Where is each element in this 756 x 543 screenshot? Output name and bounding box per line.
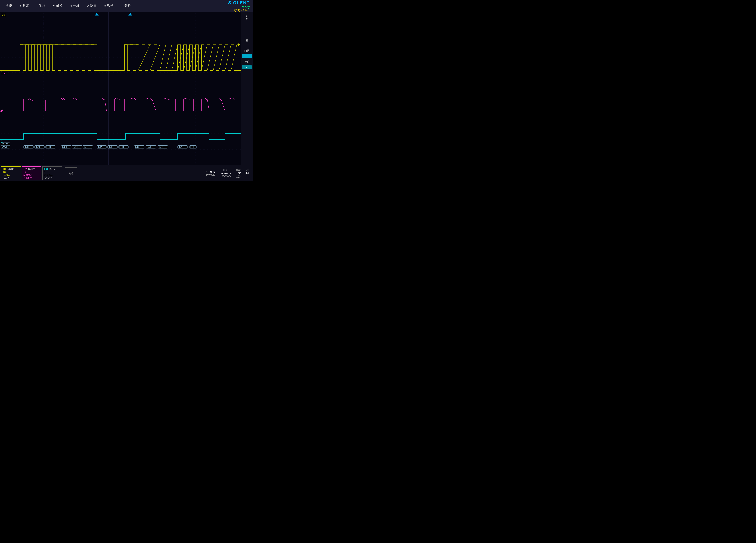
brand-status: Ready	[241, 5, 250, 9]
brand-freq: f(C1) < 2.0Hz	[234, 9, 250, 12]
analyze-icon: ◫	[121, 4, 123, 8]
c3-volts-div: 200mV/	[44, 173, 60, 176]
menu-label-math: 数学	[107, 4, 113, 8]
menu-item-display[interactable]: 🖥 显示	[15, 0, 33, 12]
c3-label: C3	[44, 167, 48, 171]
trigger-icon: ⚑	[53, 4, 55, 8]
math-icon: M	[104, 4, 106, 8]
svg-text:0x06: 0x06	[159, 146, 163, 148]
c1-info[interactable]: C1 DC1M 10X 2.00V/ 4.03V	[1, 166, 21, 180]
menu-item-cursor[interactable]: ⊞ 光标	[66, 0, 83, 12]
waveform-area[interactable]: C2 C3 S1 MISO MOSI 0x00 0x20 0x00 0x3	[0, 12, 241, 165]
svg-text:0x2F: 0x2F	[179, 146, 183, 148]
display-icon: 🖥	[19, 4, 22, 8]
timebase-area: 19.9us 50.0kpts 时基 5.00us/div 1.00GSa/s …	[206, 168, 252, 178]
svg-text:0x20: 0x20	[36, 146, 40, 148]
rp-label-apply[interactable]: 应	[241, 38, 253, 44]
svg-marker-25	[128, 13, 132, 15]
svg-marker-23	[0, 69, 2, 72]
menu-bar: 功能 🖥 显示 ⌂ 采样 ⚑ 触发 ⊞ 光标 ↗ 测量 M 数学 ◫ 分析 SI…	[0, 0, 253, 12]
menu-item-sample[interactable]: ⌂ 采样	[33, 0, 49, 12]
svg-text:0x00: 0x00	[119, 146, 124, 148]
svg-text:MOSI: MOSI	[2, 146, 7, 148]
svg-text:0xA0: 0xA0	[73, 146, 78, 148]
brand-area: SIGLENT Ready f(C1) < 2.0Hz	[228, 0, 251, 12]
trigger-mode: 正常	[235, 172, 241, 175]
menu-label-analyze: 分析	[124, 4, 131, 8]
menu-item-trigger[interactable]: ⚑ 触发	[49, 0, 66, 12]
menu-label-function: 功能	[6, 4, 12, 8]
svg-text:0x35: 0x35	[135, 146, 140, 148]
svg-text:0x00: 0x00	[84, 146, 88, 148]
c2-offset: -467mV	[23, 176, 40, 179]
c1-waveform-label: C1	[1, 13, 6, 17]
scope-area: C2 C3 S1 MISO MOSI 0x00 0x20 0x00 0x3	[0, 12, 253, 165]
sample-rate: 1.00GSa/s	[220, 175, 231, 178]
c2-waveform-label: C2	[1, 72, 6, 75]
svg-text:0x3A: 0x3A	[98, 146, 102, 148]
svg-text:0x0: 0x0	[190, 146, 194, 148]
menu-item-function[interactable]: 功能	[2, 0, 15, 12]
c1-coupling: DC1M	[8, 168, 14, 170]
c2-info[interactable]: C2 DC1M 1X 500mV/ -467mV	[22, 166, 41, 180]
svg-text:C2: C2	[1, 109, 3, 111]
trigger-group: 触发 正常 边沿	[235, 168, 241, 178]
c2-coupling: DC1M	[28, 168, 35, 170]
c3-probe: 1X	[44, 171, 60, 173]
menu-label-measure: 测量	[90, 4, 97, 8]
measure-icon: ↗	[87, 4, 89, 8]
trigger-edge: 上升	[245, 174, 250, 178]
trigger-ch-group: C1 4.1 上升	[245, 169, 250, 178]
memory-depth: 19.9us	[206, 170, 215, 173]
right-sidebar: 标2 应 阻抗 1 单位 V	[241, 12, 253, 165]
cursor-icon: ⊞	[70, 4, 72, 8]
rp-label-unit: 单位	[241, 59, 253, 65]
memory-depth-group: 19.9us 50.0kpts	[206, 170, 215, 176]
trigger-level: 4.1	[245, 171, 249, 174]
status-bar: C1 DC1M 10X 2.00V/ 4.03V C2 DC1M 1X 500m…	[0, 165, 253, 181]
svg-text:0x3C: 0x3C	[62, 146, 67, 148]
rp-impedance-value[interactable]: 1	[242, 54, 252, 58]
c2-label: C2	[23, 167, 27, 171]
c1-label: C1	[3, 167, 6, 171]
svg-text:0x78: 0x78	[147, 146, 151, 148]
crosshair-box[interactable]: ⊕	[65, 167, 77, 179]
svg-marker-26	[238, 43, 240, 46]
c2-probe: 1X	[23, 171, 40, 173]
menu-label-trigger: 触发	[56, 4, 63, 8]
c1-volts-div: 2.00V/	[3, 173, 19, 176]
rp-label-1: 标2	[241, 13, 253, 22]
menu-item-analyze[interactable]: ◫ 分析	[117, 0, 134, 12]
menu-item-math[interactable]: M 数学	[100, 0, 117, 12]
menu-item-measure[interactable]: ↗ 测量	[83, 0, 100, 12]
c3-coupling: DC1M	[49, 168, 56, 170]
rp-unit-value[interactable]: V	[242, 65, 252, 69]
svg-text:0x00: 0x00	[46, 146, 51, 148]
menu-label-display: 显示	[23, 4, 29, 8]
trigger-type: 边沿	[236, 175, 241, 178]
timebase-group: 时基 5.00us/div 1.00GSa/s	[219, 169, 232, 178]
brand-name: SIGLENT	[228, 0, 250, 5]
waveform-svg: C2 C3 S1 MISO MOSI 0x00 0x20 0x00 0x3	[0, 12, 241, 165]
svg-text:0x8C: 0x8C	[109, 146, 113, 148]
timebase-label: 时基	[223, 169, 228, 172]
svg-text:S1 MISO: S1 MISO	[2, 143, 10, 145]
c2-volts-div: 500mV/	[23, 173, 40, 176]
c3-info[interactable]: C3 DC1M 1X 200mV/ -750mV	[42, 166, 62, 180]
trigger-channel: C1	[246, 169, 249, 171]
c1-offset: 4.03V	[3, 176, 19, 179]
menu-label-cursor: 光标	[73, 4, 80, 8]
time-div: 5.00us/div	[219, 172, 232, 175]
c3-offset: -750mV	[44, 176, 60, 179]
memory-pts: 50.0kpts	[206, 173, 215, 176]
rp-label-impedance: 阻抗	[241, 48, 253, 54]
c1-probe: 10X	[3, 171, 19, 173]
menu-label-sample: 采样	[39, 4, 45, 8]
sample-icon: ⌂	[36, 4, 38, 8]
svg-marker-24	[95, 13, 99, 15]
svg-text:0x00: 0x00	[25, 146, 29, 148]
crosshair-icon: ⊕	[69, 170, 73, 176]
trigger-label: 触发	[236, 168, 241, 172]
